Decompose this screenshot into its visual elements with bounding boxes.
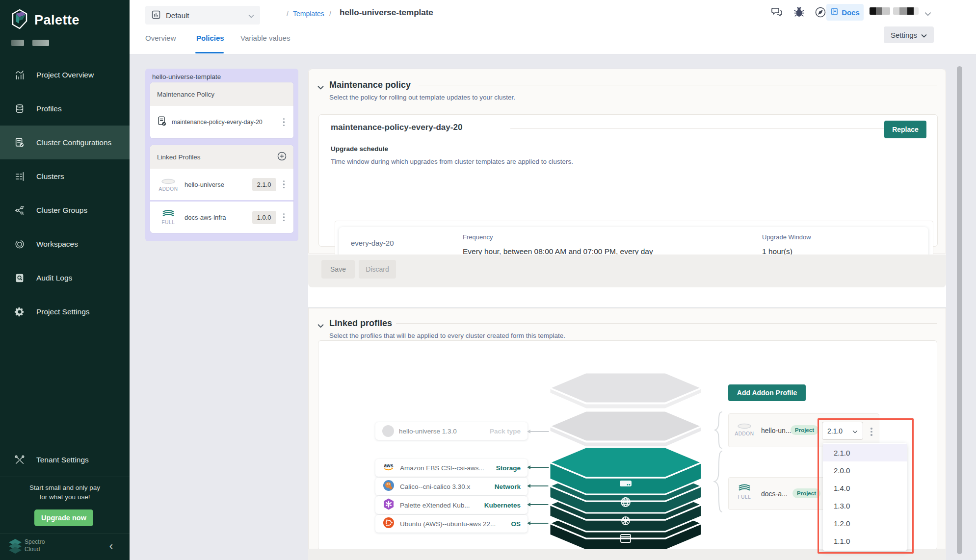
sidebar-item-cluster-groups[interactable]: Cluster Groups [0, 193, 130, 227]
gear-icon [14, 306, 26, 318]
compass-icon[interactable] [815, 6, 827, 19]
sidebar-item-label: Workspaces [36, 240, 78, 249]
sidebar-item-project-overview[interactable]: Project Overview [0, 58, 130, 92]
spectro-cloud-logo [8, 538, 23, 556]
aws-logo-icon: aws [382, 462, 395, 474]
breadcrumb-templates-link[interactable]: Templates [293, 10, 324, 18]
pack-type-label: OS [511, 520, 521, 528]
profile-version-badge: 2.1.0 [252, 178, 276, 191]
settings-button[interactable]: Settings [884, 26, 934, 43]
template-tree-panel: hello-universe-template Maintenance Poli… [145, 69, 298, 241]
collapse-section-icon[interactable] [317, 321, 324, 330]
version-option[interactable]: 2.1.0 [823, 444, 907, 461]
pack-card-ubuntu[interactable]: Ubuntu (AWS)--ubuntu-aws 22... OS [375, 515, 528, 533]
pack-card-amazon-ebs[interactable]: aws Amazon EBS CSI--csi-aws... Storage [375, 459, 528, 477]
tools-icon [14, 454, 26, 466]
add-profile-plus-icon[interactable] [277, 152, 287, 162]
sidebar-item-project-settings[interactable]: Project Settings [0, 295, 130, 329]
calico-logo-icon [382, 479, 395, 494]
docs-button[interactable]: Docs [826, 4, 864, 21]
profile-name: docs-a... [761, 490, 788, 498]
section-subtitle: Select the policy for rolling out templa… [329, 94, 515, 101]
sidebar-item-cluster-configurations[interactable]: Cluster Configurations [0, 126, 130, 159]
save-button[interactable]: Save [321, 260, 355, 279]
maintenance-policy-section: Maintenance policy Select the policy for… [308, 69, 946, 254]
redacted-username-2 [893, 7, 919, 15]
tab-variable-values[interactable]: Variable values [240, 34, 290, 42]
sidebar-nav: Project Overview Profiles Cluster Config… [0, 58, 130, 329]
kebab-menu-icon[interactable] [281, 116, 287, 128]
brace-decoration [712, 411, 725, 451]
redacted-username-1 [870, 7, 890, 15]
linked-profile-row-addon[interactable]: ADDON hello-universe 2.1.0 [150, 169, 293, 202]
maintenance-policy-item[interactable]: maintenance-policy-every-day-20 [150, 106, 293, 138]
version-option[interactable]: 2.0.0 [823, 461, 907, 479]
project-selector[interactable]: Default [145, 6, 260, 25]
linked-profiles-header: Linked Profiles [150, 145, 293, 169]
redacted-badge-2 [32, 40, 49, 46]
promo-line2: for what you use! [0, 493, 130, 501]
version-dropdown-menu: 2.1.0 2.0.0 1.4.0 1.3.0 1.2.0 1.1.0 [823, 443, 907, 551]
addon-profile-icon: ADDON [735, 422, 754, 436]
version-option[interactable]: 1.2.0 [823, 514, 907, 532]
vertical-scrollbar[interactable] [957, 66, 962, 554]
kebab-menu-icon[interactable] [869, 426, 874, 438]
pack-card-palette-pxk[interactable]: Palette eXtended Kub... Kubernetes [375, 496, 528, 514]
spectro-cloud-name: Spectro Cloud [25, 538, 45, 553]
version-option[interactable]: 1.3.0 [823, 497, 907, 514]
replace-button[interactable]: Replace [884, 121, 926, 138]
sidebar-item-label: Project Settings [36, 307, 90, 316]
version-option[interactable]: 1.1.0 [823, 532, 907, 550]
audit-logs-icon [14, 272, 26, 284]
tab-overview[interactable]: Overview [145, 34, 176, 42]
sidebar-item-workspaces[interactable]: Workspaces [0, 227, 130, 261]
sidebar-item-label: Clusters [36, 172, 64, 181]
cluster-groups-icon [14, 204, 26, 216]
pack-type-label: Network [495, 483, 521, 490]
full-profile-icon: FULL [157, 210, 180, 225]
kebab-menu-icon[interactable] [281, 211, 287, 224]
pack-type-label: Kubernetes [484, 502, 521, 509]
chevron-down-icon [248, 11, 254, 20]
sidebar-item-tenant-settings[interactable]: Tenant Settings [0, 443, 130, 477]
sidebar-item-label: Tenant Settings [36, 456, 89, 464]
pack-name: Ubuntu (AWS)--ubuntu-aws 22... [400, 520, 496, 528]
active-tab-underline [195, 52, 224, 53]
profile-version-badge: 1.0.0 [252, 211, 276, 224]
policy-name: maintenance-policy-every-day-20 [172, 119, 263, 126]
collapse-section-icon[interactable] [317, 83, 324, 92]
version-option[interactable]: 1.4.0 [823, 479, 907, 497]
ubuntu-logo-icon [382, 516, 395, 531]
upgrade-now-button[interactable]: Upgrade now [34, 509, 93, 526]
brand-name: Palette [34, 13, 79, 28]
divider [510, 128, 888, 129]
sidebar-item-clusters[interactable]: Clusters [0, 159, 130, 193]
content-bottom-strip [308, 549, 946, 560]
form-actions-bar: Save Discard [308, 255, 946, 287]
pxk-logo-icon [382, 498, 395, 512]
section-title: Linked profiles [329, 318, 392, 329]
user-menu-chevron-icon[interactable] [924, 9, 937, 22]
tab-policies[interactable]: Policies [196, 34, 224, 42]
chat-icon[interactable] [770, 6, 783, 19]
profiles-icon [14, 103, 26, 115]
sidebar-item-audit-logs[interactable]: Audit Logs [0, 261, 130, 295]
sidebar-item-profiles[interactable]: Profiles [0, 92, 130, 126]
linked-profiles-card: Linked Profiles ADDON hello-universe 2.1… [150, 145, 293, 233]
discard-button[interactable]: Discard [359, 260, 396, 279]
kebab-menu-icon[interactable] [281, 178, 287, 191]
linked-profile-row-full[interactable]: FULL docs-aws-infra 1.0.0 [150, 202, 293, 233]
version-select[interactable]: 2.1.0 [822, 422, 863, 440]
profile-name: hello-universe [185, 181, 224, 188]
sidebar-item-label: Cluster Groups [36, 206, 87, 215]
bug-icon[interactable] [793, 6, 806, 19]
section-title: Maintenance policy [329, 80, 411, 90]
cluster-configurations-icon [14, 137, 26, 149]
pack-card-hello-universe[interactable]: hello-universe 1.3.0 Pack type [375, 422, 528, 440]
breadcrumb-current-page: hello-universe-template [340, 8, 433, 18]
collapse-sidebar-icon[interactable]: ‹ [109, 540, 113, 553]
add-addon-profile-button[interactable]: Add Addon Profile [728, 384, 806, 401]
section-subtitle: Select the profiles that will be applied… [329, 332, 565, 339]
pack-card-calico[interactable]: Calico--cni-calico 3.30.x Network [375, 478, 528, 495]
addon-profile-card[interactable]: ADDON hello-un... Project 2.1.0 [728, 413, 879, 447]
